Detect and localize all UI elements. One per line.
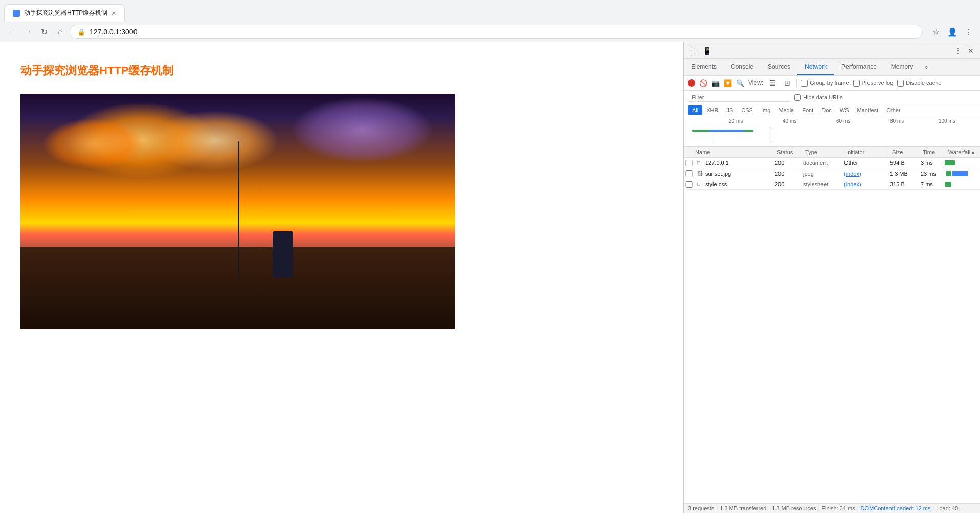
view-list-button[interactable]: ☰: [767, 78, 778, 88]
forward-button[interactable]: →: [20, 25, 35, 39]
col-header-size[interactable]: Size: [888, 147, 919, 157]
power-line: [238, 141, 239, 282]
col-header-status[interactable]: Status: [773, 147, 801, 157]
cell-time-3: 7 ms: [917, 180, 942, 189]
type-btn-img[interactable]: Img: [757, 105, 774, 115]
cell-initiator-3: (index): [840, 180, 886, 189]
bookmark-button[interactable]: ☆: [929, 25, 943, 39]
menu-button[interactable]: ⋮: [962, 25, 976, 39]
row-checkbox-3[interactable]: [685, 181, 693, 188]
cell-waterfall-2: [942, 168, 980, 179]
status-domcontentloaded: DOMContentLoaded: 12 ms: [861, 505, 931, 511]
cell-waterfall-1: [942, 158, 980, 168]
row-checkbox-2[interactable]: [685, 170, 693, 177]
cell-waterfall-3: [942, 179, 980, 189]
inspect-element-button[interactable]: ⬚: [688, 46, 699, 56]
page-content: 动手探究浏览器HTTP缓存机制: [0, 42, 683, 513]
cell-status-1: 200: [771, 158, 799, 167]
waterfall-bar-1: [945, 160, 955, 165]
view-label: View:: [748, 79, 763, 87]
device-toggle-button[interactable]: 📱: [701, 46, 714, 56]
type-btn-css[interactable]: CSS: [737, 105, 757, 115]
hide-data-urls-checkbox[interactable]: Hide data URLs: [794, 94, 843, 101]
waterfall-timeline: 20 ms 40 ms 60 ms 80 ms 100 ms: [684, 116, 980, 147]
col-header-time[interactable]: Time: [919, 147, 944, 157]
devtools-panel: ⬚ 📱 ⋮ ✕ Elements Console Sources Network…: [683, 42, 980, 513]
type-btn-ws[interactable]: WS: [836, 105, 853, 115]
camera-button[interactable]: 📷: [711, 79, 720, 87]
search-button[interactable]: 🔍: [736, 79, 744, 87]
devtools-more-button[interactable]: ⋮: [952, 46, 964, 56]
cell-size-3: 315 B: [886, 180, 917, 189]
type-btn-js[interactable]: JS: [722, 105, 737, 115]
tab-console[interactable]: Console: [724, 59, 761, 75]
devtools-tabs-more[interactable]: »: [920, 60, 932, 74]
col-header-waterfall[interactable]: Waterfall ▲: [944, 147, 980, 157]
browser-tab[interactable]: 动手探究浏览器HTTP缓存机制 ×: [4, 4, 125, 22]
tab-close-button[interactable]: ×: [112, 9, 116, 17]
tab-network[interactable]: Network: [797, 59, 834, 75]
type-btn-media[interactable]: Media: [774, 105, 798, 115]
type-btn-xhr[interactable]: XHR: [702, 105, 722, 115]
record-button[interactable]: [688, 79, 695, 87]
timeline-label-20ms: 20 ms: [729, 118, 743, 124]
network-toolbar: 🚫 📷 🔽 🔍 View: ☰ ⊞ Group by frame Preserv…: [684, 76, 980, 91]
cell-status-2: 200: [771, 169, 799, 178]
timeline-label-100ms: 100 ms: [939, 118, 955, 124]
cell-name-1: □ 127.0.0.1: [694, 158, 771, 167]
type-btn-manifest[interactable]: Manifest: [853, 105, 883, 115]
timeline-marker-2: [770, 127, 770, 143]
status-resources: 1.3 MB resources: [772, 505, 816, 511]
table-row[interactable]: 🖼 sunset.jpg 200 jpeg (index) 1.3 MB 23 …: [684, 168, 980, 179]
tab-bar: 动手探究浏览器HTTP缓存机制 ×: [0, 0, 980, 22]
initiator-link-3[interactable]: (index): [844, 181, 861, 187]
timeline-labels: 20 ms 40 ms 60 ms 80 ms 100 ms: [688, 116, 976, 126]
filter-button[interactable]: 🔽: [724, 79, 732, 87]
filter-input[interactable]: [688, 93, 790, 102]
status-transferred: 1.3 MB transferred: [720, 505, 766, 511]
timeline-marker-1: [714, 127, 714, 143]
initiator-link-2[interactable]: (index): [844, 170, 861, 177]
col-header-type[interactable]: Type: [801, 147, 842, 157]
type-btn-other[interactable]: Other: [882, 105, 905, 115]
home-button[interactable]: ⌂: [53, 25, 68, 39]
type-btn-all[interactable]: All: [688, 105, 702, 115]
reload-button[interactable]: ↻: [37, 25, 51, 39]
status-finish: Finish: 34 ms: [821, 505, 855, 511]
type-btn-doc[interactable]: Doc: [817, 105, 836, 115]
group-by-frame-checkbox[interactable]: Group by frame: [801, 80, 849, 87]
view-large-button[interactable]: ⊞: [782, 78, 792, 88]
address-bar[interactable]: 🔒 127.0.0.1:3000: [70, 25, 923, 39]
cell-size-2: 1.3 MB: [886, 169, 917, 178]
cloud-4: [42, 118, 145, 169]
cell-initiator-1: Other: [840, 158, 886, 167]
tab-performance[interactable]: Performance: [834, 59, 884, 75]
cloud-2: [151, 110, 279, 172]
timeline-label-40ms: 40 ms: [783, 118, 796, 124]
back-button[interactable]: ←: [4, 25, 18, 39]
type-btn-font[interactable]: Font: [798, 105, 817, 115]
table-row[interactable]: □ 127.0.0.1 200 document Other 594 B 3 m…: [684, 158, 980, 168]
css-icon: □: [697, 181, 703, 187]
toolbar-separator: [796, 79, 797, 87]
profile-button[interactable]: 👤: [945, 25, 960, 39]
devtools-tabs: Elements Console Sources Network Perform…: [684, 59, 980, 76]
clear-button[interactable]: 🚫: [699, 79, 707, 87]
devtools-status: 3 requests | 1.3 MB transferred | 1.3 MB…: [684, 503, 980, 513]
col-header-name[interactable]: Name: [691, 147, 773, 157]
tab-sources[interactable]: Sources: [761, 59, 797, 75]
tab-elements[interactable]: Elements: [684, 59, 724, 75]
cell-type-1: document: [799, 158, 840, 167]
header-checkbox-col: [684, 147, 691, 157]
waterfall-bar-2b: [952, 171, 968, 176]
table-row[interactable]: □ style.css 200 stylesheet (index) 315 B…: [684, 179, 980, 190]
row-checkbox-1[interactable]: [685, 160, 693, 166]
waterfall-bar-3: [945, 182, 951, 187]
cell-time-1: 3 ms: [917, 158, 942, 167]
col-header-initiator[interactable]: Initiator: [842, 147, 888, 157]
disable-cache-checkbox[interactable]: Disable cache: [897, 80, 941, 87]
figure: [273, 231, 293, 277]
tab-memory[interactable]: Memory: [884, 59, 920, 75]
devtools-close-button[interactable]: ✕: [966, 46, 976, 56]
preserve-log-checkbox[interactable]: Preserve log: [853, 80, 894, 87]
